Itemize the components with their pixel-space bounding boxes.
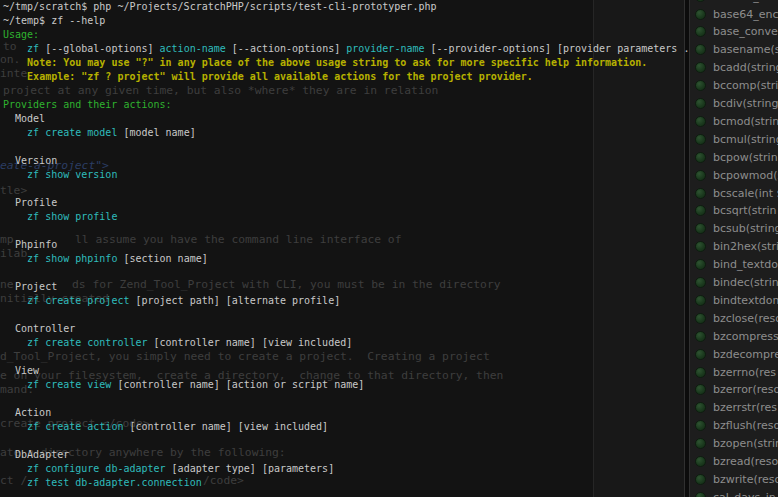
function-list-item-label: bzwrite(reso [713, 473, 778, 486]
function-list-item[interactable]: bcmod(strin [690, 112, 778, 130]
function-icon [695, 384, 706, 395]
function-list-item-label: bcadd(string [713, 61, 778, 74]
function-list-item[interactable]: bindtextdom [690, 291, 778, 309]
function-list-item-label: bzread(reso [713, 455, 778, 468]
function-icon [695, 9, 706, 20]
function-icon [695, 241, 706, 252]
terminal-line: Version [3, 154, 686, 168]
function-list-item[interactable]: bcsub(string [690, 220, 778, 238]
terminal-line: ~/tmp/scratch$ php ~/Projects/ScratchPHP… [3, 0, 686, 14]
function-list-item-label: cal_days_in [713, 491, 776, 497]
function-list-item-label: base64_enco [713, 8, 778, 21]
function-icon [695, 80, 706, 91]
function-list-item-label: bzerrno(res [713, 366, 776, 379]
function-icon [695, 349, 706, 360]
function-list-item[interactable]: bzcompress [690, 327, 778, 345]
function-icon [695, 44, 706, 55]
function-icon [695, 367, 706, 378]
function-icon [695, 420, 706, 431]
function-list-item[interactable]: bzread(reso [690, 453, 778, 471]
terminal-line [3, 434, 686, 448]
function-icon [695, 170, 706, 181]
function-list-item-label: bin2hex(stri [713, 240, 778, 253]
function-list-item[interactable]: bzopen(strin [690, 435, 778, 453]
function-list-item[interactable]: bccomp(stri [690, 77, 778, 95]
function-list-item-label: bcsub(string [713, 222, 778, 235]
function-list-item[interactable]: bzflush(reso [690, 417, 778, 435]
function-list-item-label: basename(st [713, 43, 778, 56]
terminal-line: Example: "zf ? project" will provide all… [3, 70, 686, 84]
function-icon [695, 205, 706, 216]
function-list-item-label: bccomp(stri [713, 79, 778, 92]
terminal-line: Providers and their actions: [3, 98, 686, 112]
terminal-line [3, 392, 686, 406]
function-list-item[interactable]: bzerror(reso [690, 381, 778, 399]
function-list-item[interactable]: bcadd(string [690, 59, 778, 77]
function-list-item[interactable]: bzwrite(reso [690, 470, 778, 488]
terminal-line [3, 84, 686, 98]
function-list-item-label: bzdecompre [713, 348, 778, 361]
function-list-item[interactable]: cal_days_in [690, 488, 778, 497]
function-icon [695, 116, 706, 127]
function-list-item[interactable]: basename(st [690, 41, 778, 59]
terminal-line: zf create model [model name] [3, 126, 686, 140]
terminal-line [3, 182, 686, 196]
terminal-line: Action [3, 406, 686, 420]
function-list-item[interactable]: bind_textdo [690, 256, 778, 274]
function-list-item-label: bzclose(reso [713, 312, 778, 325]
terminal-line: zf [--global-options] action-name [--act… [3, 42, 686, 56]
function-list-item[interactable]: bin2hex(stri [690, 238, 778, 256]
terminal-line: Usage: [3, 28, 686, 42]
function-list-item-label: bcmod(strin [713, 115, 778, 128]
function-list-item[interactable]: bzdecompre [690, 345, 778, 363]
terminal-line: zf create controller [controller name] [… [3, 336, 686, 350]
function-list-item-label: bzerror(reso [713, 383, 778, 396]
terminal-line: Model [3, 112, 686, 126]
function-icon [695, 259, 706, 270]
terminal-line [3, 350, 686, 364]
terminal-line: Profile [3, 196, 686, 210]
function-list-item[interactable]: base64_enco [690, 5, 778, 23]
function-list-item[interactable]: bzerrno(res [690, 363, 778, 381]
function-list-item-label: bind_textdo [713, 258, 778, 271]
terminal-line: zf create project [project path] [altern… [3, 294, 686, 308]
function-icon [695, 295, 706, 306]
function-icon [695, 26, 706, 37]
terminal-line [3, 308, 686, 322]
terminal-line: Note: You may use "?" in any place of th… [3, 56, 686, 70]
function-list-item[interactable]: bindec(strin [690, 274, 778, 292]
terminal-line: zf test db-adapter.connection [3, 476, 686, 490]
function-list-item-label: bcscale(int $ [713, 187, 778, 200]
function-list-item[interactable]: base_conver [690, 23, 778, 41]
function-icon [695, 474, 706, 485]
function-list-item[interactable]: bcpow(strin [690, 148, 778, 166]
terminal-line [3, 140, 686, 154]
function-icon [695, 277, 706, 288]
function-list-item[interactable]: bcsqrt(strin [690, 202, 778, 220]
terminal-line: Project [3, 280, 686, 294]
function-list-item[interactable]: bcpowmod(s [690, 166, 778, 184]
function-list-item-label: bcdiv(string [713, 97, 778, 110]
function-list-item[interactable]: bzerrstr(res [690, 399, 778, 417]
terminal-line: zf configure db-adapter [adapter type] [… [3, 462, 686, 476]
function-list-item-label: bzopen(strin [713, 437, 778, 450]
function-list-item-label: bcsqrt(strin [713, 204, 776, 217]
function-list-item-label: bzflush(reso [713, 419, 778, 432]
terminal-output: ~/tmp/scratch$ php ~/Projects/ScratchPHP… [3, 0, 686, 490]
terminal-screen[interactable]: ~/tmp/scratch$ php ~/Projects/ScratchPHP… [0, 0, 686, 497]
terminal-line: Controller [3, 322, 686, 336]
function-icon [695, 62, 706, 73]
function-list-item-label: base64_deco [713, 0, 778, 3]
function-icon [695, 223, 706, 234]
function-icon [695, 0, 706, 2]
function-list-item-label: bcpow(strin [713, 151, 778, 164]
function-list-item[interactable]: bcdiv(string [690, 95, 778, 113]
function-list-item[interactable]: bzclose(reso [690, 309, 778, 327]
terminal-line: zf show version [3, 168, 686, 182]
function-list-item[interactable]: bcmul(string [690, 130, 778, 148]
terminal-line: zf create view [controller name] [action… [3, 378, 686, 392]
function-list-item[interactable]: bcscale(int $ [690, 184, 778, 202]
terminal-line: View [3, 364, 686, 378]
terminal-line [3, 224, 686, 238]
function-list-item-label: bzcompress [713, 330, 778, 343]
